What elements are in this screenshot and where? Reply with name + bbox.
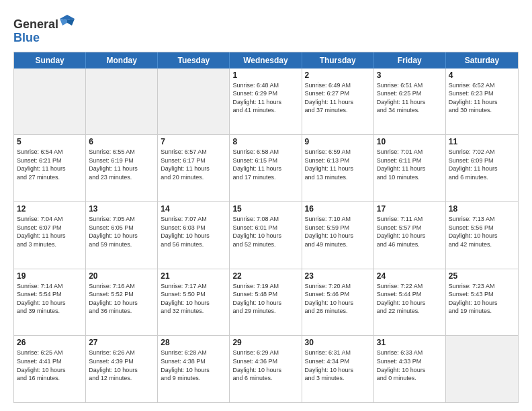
calendar-cell: 28Sunrise: 6:28 AM Sunset: 4:38 PM Dayli… xyxy=(158,336,230,402)
calendar: SundayMondayTuesdayWednesdayThursdayFrid… xyxy=(13,52,519,403)
cell-info: Sunrise: 7:01 AM Sunset: 6:11 PM Dayligh… xyxy=(377,148,443,181)
cell-info: Sunrise: 7:10 AM Sunset: 5:59 PM Dayligh… xyxy=(305,215,371,248)
cell-info: Sunrise: 7:19 AM Sunset: 5:48 PM Dayligh… xyxy=(232,282,298,316)
cell-info: Sunrise: 6:57 AM Sunset: 6:17 PM Dayligh… xyxy=(161,148,226,181)
day-header-wednesday: Wednesday xyxy=(230,52,302,68)
day-number: 20 xyxy=(89,271,154,281)
calendar-cell: 17Sunrise: 7:11 AM Sunset: 5:57 PM Dayli… xyxy=(374,202,446,269)
day-number: 25 xyxy=(449,271,515,281)
page-header: General Blue xyxy=(13,12,519,45)
day-number: 10 xyxy=(377,137,443,146)
logo-blue: Blue xyxy=(13,31,40,44)
cell-info: Sunrise: 6:49 AM Sunset: 6:27 PM Dayligh… xyxy=(305,81,371,115)
day-number: 7 xyxy=(161,137,226,146)
logo: General Blue xyxy=(13,15,75,45)
cell-info: Sunrise: 6:48 AM Sunset: 6:29 PM Dayligh… xyxy=(232,81,298,115)
day-number: 28 xyxy=(161,338,226,347)
cell-info: Sunrise: 7:23 AM Sunset: 5:43 PM Dayligh… xyxy=(449,282,515,316)
calendar-week-1: 1Sunrise: 6:48 AM Sunset: 6:29 PM Daylig… xyxy=(14,68,518,136)
cell-info: Sunrise: 7:02 AM Sunset: 6:09 PM Dayligh… xyxy=(449,148,515,181)
cell-info: Sunrise: 6:55 AM Sunset: 6:19 PM Dayligh… xyxy=(89,148,154,181)
day-number: 23 xyxy=(305,271,371,281)
day-number: 8 xyxy=(232,137,298,146)
calendar-week-2: 5Sunrise: 6:54 AM Sunset: 6:21 PM Daylig… xyxy=(14,135,518,202)
calendar-week-3: 12Sunrise: 7:04 AM Sunset: 6:07 PM Dayli… xyxy=(14,202,518,269)
day-number: 13 xyxy=(89,204,154,214)
calendar-cell: 18Sunrise: 7:13 AM Sunset: 5:56 PM Dayli… xyxy=(446,202,518,269)
cell-info: Sunrise: 7:13 AM Sunset: 5:56 PM Dayligh… xyxy=(449,215,515,248)
cell-info: Sunrise: 7:07 AM Sunset: 6:03 PM Dayligh… xyxy=(161,215,226,248)
day-header-monday: Monday xyxy=(86,52,158,68)
calendar-cell: 1Sunrise: 6:48 AM Sunset: 6:29 PM Daylig… xyxy=(230,68,302,135)
day-number: 14 xyxy=(161,204,226,214)
cell-info: Sunrise: 6:59 AM Sunset: 6:13 PM Dayligh… xyxy=(305,148,371,181)
day-number: 22 xyxy=(232,271,298,281)
calendar-cell: 13Sunrise: 7:05 AM Sunset: 6:05 PM Dayli… xyxy=(86,202,158,269)
calendar-cell: 27Sunrise: 6:26 AM Sunset: 4:39 PM Dayli… xyxy=(86,336,158,402)
cell-info: Sunrise: 7:04 AM Sunset: 6:07 PM Dayligh… xyxy=(17,215,83,248)
cell-info: Sunrise: 7:05 AM Sunset: 6:05 PM Dayligh… xyxy=(89,215,154,248)
calendar-cell: 12Sunrise: 7:04 AM Sunset: 6:07 PM Dayli… xyxy=(14,202,86,269)
cell-info: Sunrise: 7:08 AM Sunset: 6:01 PM Dayligh… xyxy=(232,215,298,248)
calendar-cell: 23Sunrise: 7:20 AM Sunset: 5:46 PM Dayli… xyxy=(302,269,374,336)
cell-info: Sunrise: 6:33 AM Sunset: 4:33 PM Dayligh… xyxy=(377,349,443,382)
cell-info: Sunrise: 7:22 AM Sunset: 5:44 PM Dayligh… xyxy=(377,282,443,316)
day-number: 11 xyxy=(449,137,515,146)
calendar-cell: 9Sunrise: 6:59 AM Sunset: 6:13 PM Daylig… xyxy=(302,135,374,201)
day-header-sunday: Sunday xyxy=(14,52,86,68)
day-number: 21 xyxy=(161,271,226,281)
day-number: 29 xyxy=(232,338,298,347)
calendar-cell: 15Sunrise: 7:08 AM Sunset: 6:01 PM Dayli… xyxy=(230,202,302,269)
cell-info: Sunrise: 6:28 AM Sunset: 4:38 PM Dayligh… xyxy=(161,349,226,382)
calendar-cell: 2Sunrise: 6:49 AM Sunset: 6:27 PM Daylig… xyxy=(302,68,374,135)
calendar-body: 1Sunrise: 6:48 AM Sunset: 6:29 PM Daylig… xyxy=(14,68,518,402)
calendar-cell: 11Sunrise: 7:02 AM Sunset: 6:09 PM Dayli… xyxy=(446,135,518,201)
calendar-week-4: 19Sunrise: 7:14 AM Sunset: 5:54 PM Dayli… xyxy=(14,269,518,336)
calendar-cell: 25Sunrise: 7:23 AM Sunset: 5:43 PM Dayli… xyxy=(446,269,518,336)
day-number: 15 xyxy=(232,204,298,214)
calendar-cell: 3Sunrise: 6:51 AM Sunset: 6:25 PM Daylig… xyxy=(374,68,446,135)
day-number: 16 xyxy=(305,204,371,214)
day-number: 27 xyxy=(89,338,154,347)
calendar-cell: 24Sunrise: 7:22 AM Sunset: 5:44 PM Dayli… xyxy=(374,269,446,336)
calendar-cell xyxy=(86,68,158,135)
day-number: 1 xyxy=(232,71,298,80)
logo-bird-icon xyxy=(60,13,75,28)
day-number: 18 xyxy=(449,204,515,214)
calendar-cell: 31Sunrise: 6:33 AM Sunset: 4:33 PM Dayli… xyxy=(374,336,446,402)
day-number: 6 xyxy=(89,137,154,146)
calendar-cell: 6Sunrise: 6:55 AM Sunset: 6:19 PM Daylig… xyxy=(86,135,158,201)
logo-general: General xyxy=(13,17,58,31)
calendar-cell: 10Sunrise: 7:01 AM Sunset: 6:11 PM Dayli… xyxy=(374,135,446,201)
day-number: 19 xyxy=(17,271,83,281)
day-number: 5 xyxy=(17,137,83,146)
day-number: 31 xyxy=(377,338,443,347)
cell-info: Sunrise: 6:25 AM Sunset: 4:41 PM Dayligh… xyxy=(17,349,83,382)
day-number: 9 xyxy=(305,137,371,146)
calendar-cell xyxy=(14,68,86,135)
cell-info: Sunrise: 7:20 AM Sunset: 5:46 PM Dayligh… xyxy=(305,282,371,316)
day-number: 2 xyxy=(305,71,371,80)
day-header-thursday: Thursday xyxy=(302,52,374,68)
calendar-cell: 4Sunrise: 6:52 AM Sunset: 6:23 PM Daylig… xyxy=(446,68,518,135)
day-number: 3 xyxy=(377,71,443,80)
calendar-week-5: 26Sunrise: 6:25 AM Sunset: 4:41 PM Dayli… xyxy=(14,336,518,402)
cell-info: Sunrise: 6:51 AM Sunset: 6:25 PM Dayligh… xyxy=(377,81,443,115)
calendar-header: SundayMondayTuesdayWednesdayThursdayFrid… xyxy=(14,52,518,68)
calendar-cell: 29Sunrise: 6:29 AM Sunset: 4:36 PM Dayli… xyxy=(230,336,302,402)
calendar-cell: 5Sunrise: 6:54 AM Sunset: 6:21 PM Daylig… xyxy=(14,135,86,201)
calendar-cell: 20Sunrise: 7:16 AM Sunset: 5:52 PM Dayli… xyxy=(86,269,158,336)
cell-info: Sunrise: 7:14 AM Sunset: 5:54 PM Dayligh… xyxy=(17,282,83,316)
cell-info: Sunrise: 7:16 AM Sunset: 5:52 PM Dayligh… xyxy=(89,282,154,316)
calendar-cell xyxy=(446,336,518,402)
cell-info: Sunrise: 7:11 AM Sunset: 5:57 PM Dayligh… xyxy=(377,215,443,248)
calendar-cell: 7Sunrise: 6:57 AM Sunset: 6:17 PM Daylig… xyxy=(158,135,230,201)
cell-info: Sunrise: 7:17 AM Sunset: 5:50 PM Dayligh… xyxy=(161,282,226,316)
calendar-cell: 26Sunrise: 6:25 AM Sunset: 4:41 PM Dayli… xyxy=(14,336,86,402)
day-header-friday: Friday xyxy=(374,52,446,68)
cell-info: Sunrise: 6:26 AM Sunset: 4:39 PM Dayligh… xyxy=(89,349,154,382)
calendar-cell: 22Sunrise: 7:19 AM Sunset: 5:48 PM Dayli… xyxy=(230,269,302,336)
cell-info: Sunrise: 6:54 AM Sunset: 6:21 PM Dayligh… xyxy=(17,148,83,181)
day-header-saturday: Saturday xyxy=(446,52,518,68)
calendar-cell: 8Sunrise: 6:58 AM Sunset: 6:15 PM Daylig… xyxy=(230,135,302,201)
